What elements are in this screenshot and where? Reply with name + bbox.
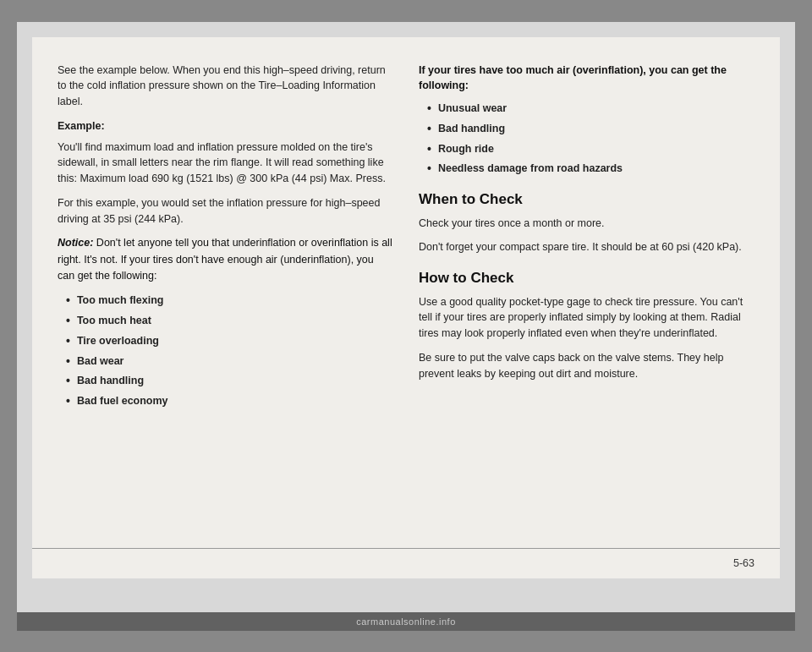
when-to-check-heading: When to Check	[419, 189, 754, 211]
bullet-rough-ride: Rough ride	[427, 141, 754, 157]
overinflation-header: If your tires have too much air (overinf…	[419, 63, 754, 95]
bullet-unusual-wear: Unusual wear	[427, 101, 754, 117]
how-to-check-heading: How to Check	[419, 267, 754, 289]
page-inner: See the example below. When you end this…	[32, 37, 780, 578]
page-container: See the example below. When you end this…	[17, 22, 795, 631]
bullet-bad-wear: Bad wear	[66, 353, 393, 370]
bullet-too-much-heat: Too much heat	[66, 313, 393, 329]
notice-block: Notice: Don't let anyone tell you that u…	[58, 235, 393, 284]
example-body1: You'll find maximum load and inflation p…	[58, 140, 393, 187]
page-number: 5-63	[733, 557, 754, 569]
bullet-bad-fuel-economy: Bad fuel economy	[66, 393, 393, 409]
watermark-bar: carmanualsonline.info	[17, 612, 795, 631]
example-body2: For this example, you would set the infl…	[58, 195, 393, 227]
how-to-check-body1: Use a good quality pocket-type gage to c…	[419, 294, 754, 342]
underinflation-bullet-list: Too much flexing Too much heat Tire over…	[66, 293, 393, 409]
how-to-check-body2: Be sure to put the valve caps back on th…	[419, 350, 754, 382]
example-label: Example:	[58, 118, 393, 134]
intro-text: See the example below. When you end this…	[58, 63, 393, 110]
notice-label: Notice:	[58, 237, 93, 249]
when-to-check-body1: Check your tires once a month or more.	[419, 216, 754, 232]
notice-body: Don't let anyone tell you that underinfl…	[58, 237, 392, 282]
bullet-needless-damage: Needless damage from road hazards	[427, 161, 754, 177]
right-column: If your tires have too much air (overinf…	[419, 63, 754, 562]
bullet-too-much-flexing: Too much flexing	[66, 293, 393, 309]
page-footer: 5-63	[32, 548, 780, 578]
when-to-check-body2: Don't forget your compact spare tire. It…	[419, 239, 754, 255]
content-area: See the example below. When you end this…	[32, 37, 780, 578]
watermark-text: carmanualsonline.info	[356, 616, 456, 627]
bullet-tire-overloading: Tire overloading	[66, 333, 393, 349]
bullet-bad-handling-right: Bad handling	[427, 121, 754, 137]
overinflation-bullet-list: Unusual wear Bad handling Rough ride Nee…	[427, 101, 754, 177]
left-column: See the example below. When you end this…	[58, 63, 393, 562]
bullet-bad-handling-left: Bad handling	[66, 373, 393, 389]
